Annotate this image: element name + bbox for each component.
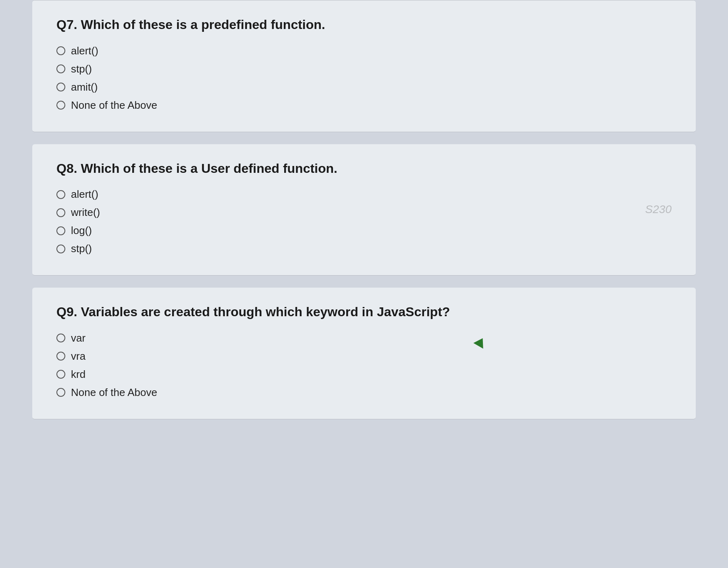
radio-circle-q8_d[interactable] xyxy=(56,245,65,253)
radio-circle-q7_c[interactable] xyxy=(56,83,65,91)
option-item-q8_c[interactable]: log() xyxy=(56,224,672,237)
option-label-q9_c: krd xyxy=(71,368,85,381)
option-item-q7_b[interactable]: stp() xyxy=(56,63,672,75)
question-title-q8: Q8. Which of these is a User defined fun… xyxy=(56,160,672,177)
radio-circle-q9_a[interactable] xyxy=(56,334,65,342)
radio-circle-q7_d[interactable] xyxy=(56,101,65,110)
option-item-q9_c[interactable]: krd xyxy=(56,368,672,381)
question-card-q8: Q8. Which of these is a User defined fun… xyxy=(32,144,696,276)
question-card-q9: Q9. Variables are created through which … xyxy=(32,288,696,419)
option-item-q9_a[interactable]: var xyxy=(56,332,672,344)
option-label-q8_b: write() xyxy=(71,206,100,219)
page-container: Q7. Which of these is a predefined funct… xyxy=(0,0,728,568)
option-item-q8_a[interactable]: alert() xyxy=(56,188,672,201)
option-item-q9_d[interactable]: None of the Above xyxy=(56,386,672,399)
radio-circle-q9_d[interactable] xyxy=(56,388,65,397)
option-item-q8_b[interactable]: write() xyxy=(56,206,672,219)
radio-circle-q7_b[interactable] xyxy=(56,64,65,73)
option-label-q9_b: vra xyxy=(71,350,85,363)
radio-circle-q8_b[interactable] xyxy=(56,208,65,217)
option-item-q7_c[interactable]: amit() xyxy=(56,81,672,93)
question-card-q7: Q7. Which of these is a predefined funct… xyxy=(32,0,696,132)
option-label-q8_a: alert() xyxy=(71,188,98,201)
options-list-q7: alert()stp()amit()None of the Above xyxy=(56,45,672,112)
option-label-q8_c: log() xyxy=(71,224,92,237)
radio-circle-q9_b[interactable] xyxy=(56,352,65,361)
radio-circle-q7_a[interactable] xyxy=(56,46,65,55)
radio-circle-q8_c[interactable] xyxy=(56,226,65,235)
question-title-q7: Q7. Which of these is a predefined funct… xyxy=(56,17,672,33)
radio-circle-q9_c[interactable] xyxy=(56,370,65,379)
radio-circle-q8_a[interactable] xyxy=(56,190,65,199)
option-label-q7_b: stp() xyxy=(71,63,92,75)
option-label-q9_d: None of the Above xyxy=(71,386,157,399)
option-label-q7_d: None of the Above xyxy=(71,99,157,112)
options-list-q9: varvrakrdNone of the Above xyxy=(56,332,672,399)
option-label-q7_c: amit() xyxy=(71,81,98,93)
option-item-q7_d[interactable]: None of the Above xyxy=(56,99,672,112)
options-list-q8: alert()write()log()stp() xyxy=(56,188,672,255)
option-label-q9_a: var xyxy=(71,332,85,344)
option-item-q7_a[interactable]: alert() xyxy=(56,45,672,57)
option-item-q9_b[interactable]: vra xyxy=(56,350,672,363)
option-label-q8_d: stp() xyxy=(71,243,92,255)
question-title-q9: Q9. Variables are created through which … xyxy=(56,304,672,321)
option-label-q7_a: alert() xyxy=(71,45,98,57)
option-item-q8_d[interactable]: stp() xyxy=(56,243,672,255)
